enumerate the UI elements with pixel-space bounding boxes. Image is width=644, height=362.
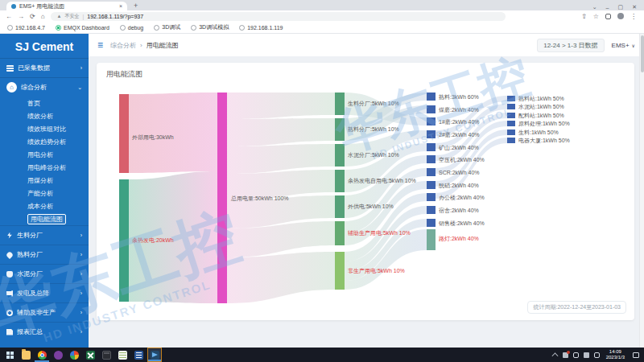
tray-chat-icon[interactable] <box>573 352 579 358</box>
notepad-glyph <box>118 351 127 360</box>
sankey-node-空压机[interactable] <box>427 155 436 163</box>
tray-expand-icon[interactable] <box>551 353 558 360</box>
sidebar-subitem-9[interactable]: 用电能流图 <box>0 212 89 225</box>
sankey-node-2#磨[interactable] <box>427 130 436 138</box>
sankey-node-销售楼[interactable] <box>427 219 436 227</box>
url-text[interactable]: 192.168.1.119/?p=937 <box>87 14 143 19</box>
sankey-node-路灯[interactable] <box>427 229 436 250</box>
sidebar-subitem-4[interactable]: 用电分析 <box>0 148 89 161</box>
sankey-node-熟料[interactable] <box>427 93 436 101</box>
new-tab-button[interactable]: + <box>134 2 138 10</box>
start-icon[interactable] <box>2 348 17 362</box>
bookmark-item[interactable]: EMQX Dashboard <box>56 25 109 31</box>
bookmark-item[interactable]: 192.168.1.119 <box>239 25 283 31</box>
sankey-node-煤磨[interactable] <box>427 105 436 113</box>
security-label[interactable]: 不安全 <box>65 13 80 20</box>
tab-search-icon[interactable] <box>605 14 611 19</box>
sidebar-subitem-3[interactable]: 绩效趋势分析 <box>0 135 89 148</box>
sankey-node-电器大厦[interactable] <box>507 138 515 143</box>
sankey-node-水泥分厂[interactable] <box>335 144 345 167</box>
tab-close-icon[interactable]: × <box>119 3 122 9</box>
sidebar-section-辅助及非生产[interactable]: 辅助及非生产› <box>0 302 89 322</box>
sidebar-item-comprehensive-analysis[interactable]: ⌂ 综合分析 ⌄ <box>0 77 89 97</box>
bookmark-item[interactable]: 3D调试模拟 <box>191 23 229 31</box>
browser-tab[interactable]: EMS+ 用电能流图 × <box>6 2 127 10</box>
ems-app-icon[interactable] <box>147 348 162 362</box>
sankey-node-办公楼[interactable] <box>427 193 436 201</box>
media-app-icon[interactable] <box>51 348 65 362</box>
sankey-node-生料分厂[interactable] <box>335 93 345 115</box>
sankey-node-熟料站[interactable] <box>507 96 515 101</box>
home-icon[interactable]: ⌂ <box>41 13 45 20</box>
sankey-node-非生产用电[interactable] <box>335 252 345 290</box>
sankey-node-宿舍[interactable] <box>427 206 436 214</box>
url-bar[interactable]: ▲ 不安全 | 192.168.1.119/?p=937 <box>51 12 506 21</box>
pinwheel-app-icon[interactable] <box>67 348 81 362</box>
hamburger-menu-icon[interactable]: ≡ <box>97 39 103 51</box>
sidebar-subitem-8[interactable]: 成本分析 <box>0 200 89 212</box>
sankey-flow-总用电量-to-熟料分厂[interactable] <box>227 118 335 146</box>
sankey-node-配料站[interactable] <box>507 113 515 118</box>
sidebar-section-生料分厂[interactable]: 生料分厂› <box>0 225 89 245</box>
reload-icon[interactable]: ⟳ <box>30 13 35 20</box>
sankey-flow-总用电量-to-生料分厂[interactable] <box>227 93 335 119</box>
sidebar-subitem-0[interactable]: 首页 <box>0 97 89 109</box>
share-icon[interactable]: ⇧ <box>581 13 587 20</box>
window-minimize-icon[interactable]: – <box>606 5 609 10</box>
date-range-button[interactable]: 12-24 > 1-3 日数据 <box>537 39 604 52</box>
taskbar-clock[interactable]: 14:09 2023/1/3 <box>606 349 625 361</box>
sidebar-section-报表汇总[interactable]: 报表汇总› <box>0 322 89 341</box>
chrome-icon[interactable] <box>35 348 49 362</box>
sankey-node-原料处理[interactable] <box>507 121 515 126</box>
sankey-node-总用电量[interactable] <box>217 93 227 303</box>
forward-icon[interactable]: → <box>18 13 24 20</box>
action-center-icon[interactable] <box>633 352 639 358</box>
profile-avatar[interactable] <box>617 13 624 19</box>
file-explorer-icon[interactable] <box>19 348 33 362</box>
page-scrollbar[interactable] <box>639 34 644 348</box>
breadcrumb-parent[interactable]: 综合分析 <box>110 41 136 50</box>
sankey-node-外供电[interactable] <box>335 195 345 218</box>
bookmark-item[interactable]: 192.168.4.7 <box>7 25 45 31</box>
scrollbar-thumb[interactable] <box>641 35 644 72</box>
sidebar-item-collected-data[interactable]: 已采集数据 › <box>0 58 89 77</box>
bookmark-item[interactable]: 3D调试 <box>154 23 180 31</box>
notepad-icon[interactable] <box>115 348 130 362</box>
back-icon[interactable]: ← <box>6 13 12 20</box>
sankey-node-外部用电[interactable] <box>119 94 129 173</box>
sankey-node-余热发电[interactable] <box>119 179 129 302</box>
window-restore-down-icon[interactable]: ⌄ <box>592 4 597 10</box>
sankey-node-生料[interactable] <box>507 130 515 135</box>
sankey-node-1#磨[interactable] <box>427 117 436 125</box>
sankey-flow-外部用电-to-总用电量[interactable] <box>129 93 217 173</box>
tray-volume-icon[interactable] <box>584 352 589 358</box>
tray-app-badge-icon[interactable] <box>563 352 568 358</box>
sankey-flow-总用电量-to-非生产用电[interactable] <box>227 252 335 303</box>
window-maximize-icon[interactable]: ▢ <box>618 4 624 10</box>
sankey-node-矿山[interactable] <box>427 143 436 151</box>
sidebar-subitem-1[interactable]: 绩效分析 <box>0 109 89 122</box>
sankey-node-脱硝[interactable] <box>427 181 436 189</box>
office-app-icon[interactable] <box>131 348 146 362</box>
window-close-icon[interactable]: ✕ <box>632 4 637 10</box>
sidebar-subitem-6[interactable]: 用煤分析 <box>0 174 89 187</box>
sankey-flow-总用电量-to-水泥分厂[interactable] <box>227 144 335 174</box>
sidebar-subitem-5[interactable]: 用电峰谷分析 <box>0 161 89 174</box>
sankey-node-余热发电自用电[interactable] <box>335 170 345 192</box>
sankey-node-熟料分厂[interactable] <box>335 118 345 141</box>
sankey-node-SCR[interactable] <box>427 168 436 176</box>
sidebar-section-熟料分厂[interactable]: 熟料分厂› <box>0 245 89 264</box>
user-menu[interactable]: EMS+ ∨ <box>612 42 635 49</box>
sidebar-subitem-2[interactable]: 绩效班组对比 <box>0 122 89 135</box>
bookmark-star-icon[interactable]: ☆ <box>593 13 599 20</box>
sidebar-subitem-7[interactable]: 产能分析 <box>0 187 89 200</box>
browser-menu-icon[interactable]: ⋮ <box>630 13 637 20</box>
sankey-node-水泥站[interactable] <box>507 104 515 109</box>
excel-icon[interactable] <box>83 348 97 362</box>
console-icon[interactable] <box>99 348 114 362</box>
sidebar-section-发电及总降[interactable]: 发电及总降› <box>0 283 89 302</box>
tray-network-icon[interactable] <box>594 352 600 358</box>
sankey-node-辅助生产用电[interactable] <box>335 221 345 245</box>
bookmark-item[interactable]: debug <box>120 25 143 31</box>
sidebar-section-水泥分厂[interactable]: 水泥分厂› <box>0 264 89 283</box>
